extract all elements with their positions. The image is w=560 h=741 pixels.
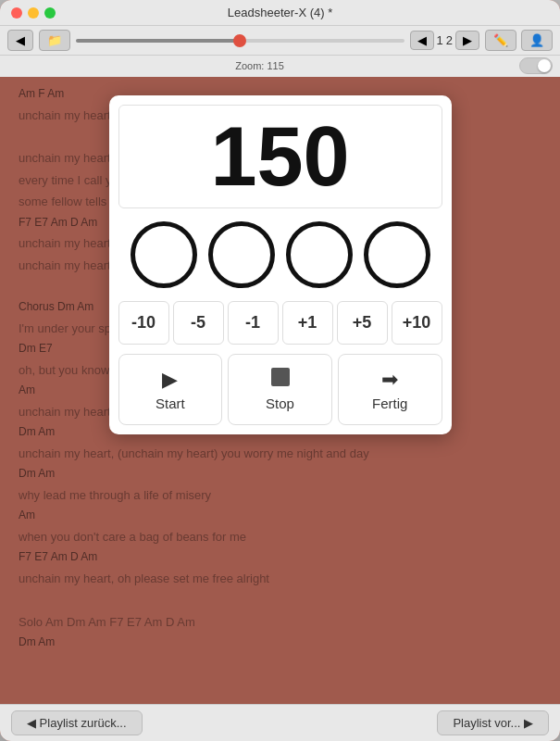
action-buttons: ▶ Start Stop ➡ Fertig	[118, 354, 442, 425]
content-area: Am F Am unchain my heart, baby let me be…	[0, 77, 560, 704]
done-label: Fertig	[372, 396, 407, 411]
bottom-bar: ◀ Playlist zurück... Playlist vor... ▶	[0, 704, 560, 741]
zoom-label: Zoom: 115	[7, 60, 512, 71]
bpm-adjustments: -10 -5 -1 +1 +5 +10	[118, 301, 442, 345]
zoom-bar: Zoom: 115	[0, 56, 560, 77]
window-controls	[11, 7, 56, 19]
modal-overlay: 150 -10 -5 -1 +1 +5 +10	[0, 77, 560, 704]
bpm-plus-10-button[interactable]: +10	[392, 301, 442, 345]
beat-circle-1	[131, 221, 197, 288]
stop-icon	[271, 368, 290, 392]
beat-circles	[131, 218, 430, 292]
start-label: Start	[156, 396, 185, 411]
toggle-switch[interactable]	[519, 57, 553, 74]
start-button[interactable]: ▶ Start	[118, 354, 223, 425]
page-controls: ◀ 1 2 ▶	[410, 31, 479, 50]
maximize-button[interactable]	[44, 7, 56, 19]
prev-page-button[interactable]: ◀	[410, 31, 434, 50]
playlist-forward-button[interactable]: Playlist vor... ▶	[437, 710, 549, 735]
minimize-button[interactable]	[28, 7, 39, 19]
title-bar: Leadsheeter-X (4) *	[0, 0, 560, 26]
play-icon: ▶	[162, 368, 178, 392]
position-slider[interactable]	[76, 39, 404, 43]
bpm-plus-1-button[interactable]: +1	[282, 301, 333, 345]
bpm-minus-5-button[interactable]: -5	[173, 301, 224, 345]
folder-icon: 📁	[47, 33, 62, 47]
beat-circle-2	[208, 221, 275, 288]
page-1-label: 1	[437, 33, 443, 47]
bpm-value: 150	[129, 115, 432, 198]
beat-circle-4	[364, 221, 430, 288]
edit-icon: ✏️	[493, 33, 508, 47]
toolbar-right: ✏️ 👤	[485, 30, 553, 51]
edit-button[interactable]: ✏️	[485, 30, 516, 51]
toolbar: ◀ 📁 ◀ 1 2 ▶ ✏️ 👤	[0, 26, 560, 56]
fertig-icon: ➡	[381, 368, 398, 392]
page-2-label: 2	[446, 33, 453, 47]
stop-label: Stop	[266, 396, 294, 411]
stop-button[interactable]: Stop	[228, 354, 332, 425]
close-button[interactable]	[11, 7, 22, 19]
beat-circle-3	[286, 221, 353, 288]
bpm-minus-10-button[interactable]: -10	[118, 301, 169, 345]
done-button[interactable]: ➡ Fertig	[338, 354, 442, 425]
folder-button[interactable]: 📁	[39, 30, 70, 51]
back-button[interactable]: ◀	[7, 30, 33, 51]
next-page-button[interactable]: ▶	[455, 31, 479, 50]
playlist-back-button[interactable]: ◀ Playlist zurück...	[11, 710, 143, 735]
bpm-display: 150	[118, 105, 442, 208]
person-icon: 👤	[529, 33, 544, 47]
metronome-panel: 150 -10 -5 -1 +1 +5 +10	[109, 95, 452, 434]
bpm-minus-1-button[interactable]: -1	[228, 301, 279, 345]
bpm-plus-5-button[interactable]: +5	[337, 301, 388, 345]
window-title: Leadsheeter-X (4) *	[228, 6, 332, 19]
person-button[interactable]: 👤	[521, 30, 553, 51]
app-window: Leadsheeter-X (4) * ◀ 📁 ◀ 1 2 ▶ ✏️ 👤 Zoo…	[0, 0, 560, 741]
